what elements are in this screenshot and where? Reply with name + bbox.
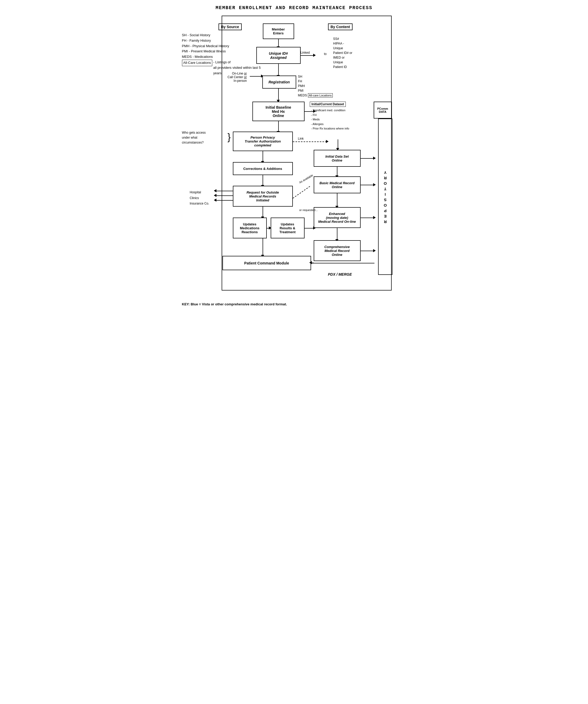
diagram-container: By Source By Content SH - Social History…: [182, 16, 406, 297]
arrowhead-baseline-dataset: [313, 110, 316, 113]
arrow-baseline-to-dataset-h: [305, 111, 314, 112]
hospital-label: HospitalClinicsInsurance Co.: [190, 190, 209, 207]
connector-v: [304, 111, 305, 112]
who-gets-label: Who gets accessunder whatcircumstances?: [182, 130, 206, 145]
arrowhead-clinics: [214, 194, 216, 197]
outer-border: [222, 16, 392, 291]
arrowhead-hospital: [214, 189, 216, 192]
arrowhead-insurance: [214, 198, 216, 202]
page-title: MEMBER ENROLLMENT AND RECORD MAINTEANCE …: [182, 5, 406, 10]
key-text: KEY: Blue = Vista or other comprehensive…: [182, 302, 406, 306]
